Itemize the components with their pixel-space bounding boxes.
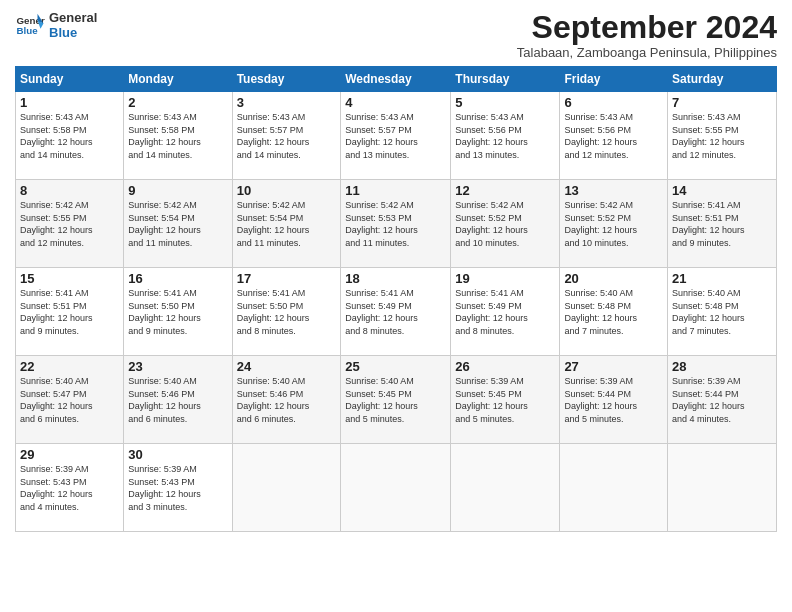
calendar-week-row: 29Sunrise: 5:39 AM Sunset: 5:43 PM Dayli…: [16, 444, 777, 532]
header-saturday: Saturday: [668, 67, 777, 92]
day-number: 30: [128, 447, 227, 462]
day-number: 14: [672, 183, 772, 198]
calendar-week-row: 1Sunrise: 5:43 AM Sunset: 5:58 PM Daylig…: [16, 92, 777, 180]
day-number: 5: [455, 95, 555, 110]
day-info: Sunrise: 5:40 AM Sunset: 5:48 PM Dayligh…: [672, 287, 772, 337]
day-number: 17: [237, 271, 337, 286]
day-info: Sunrise: 5:40 AM Sunset: 5:46 PM Dayligh…: [237, 375, 337, 425]
day-info: Sunrise: 5:40 AM Sunset: 5:46 PM Dayligh…: [128, 375, 227, 425]
day-number: 3: [237, 95, 337, 110]
header-monday: Monday: [124, 67, 232, 92]
table-row: 15Sunrise: 5:41 AM Sunset: 5:51 PM Dayli…: [16, 268, 124, 356]
calendar-week-row: 8Sunrise: 5:42 AM Sunset: 5:55 PM Daylig…: [16, 180, 777, 268]
table-row: 1Sunrise: 5:43 AM Sunset: 5:58 PM Daylig…: [16, 92, 124, 180]
table-row: 18Sunrise: 5:41 AM Sunset: 5:49 PM Dayli…: [341, 268, 451, 356]
day-number: 29: [20, 447, 119, 462]
day-number: 13: [564, 183, 663, 198]
table-row: 17Sunrise: 5:41 AM Sunset: 5:50 PM Dayli…: [232, 268, 341, 356]
table-row: 25Sunrise: 5:40 AM Sunset: 5:45 PM Dayli…: [341, 356, 451, 444]
day-number: 4: [345, 95, 446, 110]
month-year: September 2024: [517, 10, 777, 45]
day-number: 12: [455, 183, 555, 198]
table-row: 20Sunrise: 5:40 AM Sunset: 5:48 PM Dayli…: [560, 268, 668, 356]
day-info: Sunrise: 5:39 AM Sunset: 5:44 PM Dayligh…: [564, 375, 663, 425]
table-row: 6Sunrise: 5:43 AM Sunset: 5:56 PM Daylig…: [560, 92, 668, 180]
day-number: 10: [237, 183, 337, 198]
day-number: 7: [672, 95, 772, 110]
day-info: Sunrise: 5:40 AM Sunset: 5:47 PM Dayligh…: [20, 375, 119, 425]
title-section: September 2024 Talabaan, Zamboanga Penin…: [517, 10, 777, 60]
logo-text-blue: Blue: [49, 25, 97, 40]
header: General Blue General Blue September 2024…: [15, 10, 777, 60]
table-row: 10Sunrise: 5:42 AM Sunset: 5:54 PM Dayli…: [232, 180, 341, 268]
header-wednesday: Wednesday: [341, 67, 451, 92]
table-row: 23Sunrise: 5:40 AM Sunset: 5:46 PM Dayli…: [124, 356, 232, 444]
table-row: 22Sunrise: 5:40 AM Sunset: 5:47 PM Dayli…: [16, 356, 124, 444]
day-info: Sunrise: 5:42 AM Sunset: 5:52 PM Dayligh…: [455, 199, 555, 249]
day-info: Sunrise: 5:40 AM Sunset: 5:48 PM Dayligh…: [564, 287, 663, 337]
day-info: Sunrise: 5:41 AM Sunset: 5:51 PM Dayligh…: [672, 199, 772, 249]
day-number: 24: [237, 359, 337, 374]
table-row: 3Sunrise: 5:43 AM Sunset: 5:57 PM Daylig…: [232, 92, 341, 180]
day-info: Sunrise: 5:42 AM Sunset: 5:54 PM Dayligh…: [237, 199, 337, 249]
table-row: 16Sunrise: 5:41 AM Sunset: 5:50 PM Dayli…: [124, 268, 232, 356]
day-info: Sunrise: 5:41 AM Sunset: 5:50 PM Dayligh…: [128, 287, 227, 337]
day-info: Sunrise: 5:42 AM Sunset: 5:55 PM Dayligh…: [20, 199, 119, 249]
day-number: 9: [128, 183, 227, 198]
day-number: 18: [345, 271, 446, 286]
header-friday: Friday: [560, 67, 668, 92]
logo: General Blue General Blue: [15, 10, 97, 40]
day-number: 2: [128, 95, 227, 110]
table-row: 5Sunrise: 5:43 AM Sunset: 5:56 PM Daylig…: [451, 92, 560, 180]
table-row: [668, 444, 777, 532]
day-number: 19: [455, 271, 555, 286]
day-info: Sunrise: 5:42 AM Sunset: 5:54 PM Dayligh…: [128, 199, 227, 249]
table-row: 27Sunrise: 5:39 AM Sunset: 5:44 PM Dayli…: [560, 356, 668, 444]
day-number: 15: [20, 271, 119, 286]
day-info: Sunrise: 5:43 AM Sunset: 5:57 PM Dayligh…: [345, 111, 446, 161]
calendar-table: Sunday Monday Tuesday Wednesday Thursday…: [15, 66, 777, 532]
day-info: Sunrise: 5:43 AM Sunset: 5:58 PM Dayligh…: [20, 111, 119, 161]
logo-icon: General Blue: [15, 10, 45, 40]
day-number: 1: [20, 95, 119, 110]
day-number: 6: [564, 95, 663, 110]
day-number: 8: [20, 183, 119, 198]
table-row: 24Sunrise: 5:40 AM Sunset: 5:46 PM Dayli…: [232, 356, 341, 444]
table-row: 2Sunrise: 5:43 AM Sunset: 5:58 PM Daylig…: [124, 92, 232, 180]
table-row: 14Sunrise: 5:41 AM Sunset: 5:51 PM Dayli…: [668, 180, 777, 268]
table-row: 4Sunrise: 5:43 AM Sunset: 5:57 PM Daylig…: [341, 92, 451, 180]
day-number: 20: [564, 271, 663, 286]
day-number: 11: [345, 183, 446, 198]
table-row: [341, 444, 451, 532]
table-row: 26Sunrise: 5:39 AM Sunset: 5:45 PM Dayli…: [451, 356, 560, 444]
day-info: Sunrise: 5:43 AM Sunset: 5:56 PM Dayligh…: [564, 111, 663, 161]
location: Talabaan, Zamboanga Peninsula, Philippin…: [517, 45, 777, 60]
table-row: 19Sunrise: 5:41 AM Sunset: 5:49 PM Dayli…: [451, 268, 560, 356]
day-number: 27: [564, 359, 663, 374]
day-info: Sunrise: 5:43 AM Sunset: 5:55 PM Dayligh…: [672, 111, 772, 161]
day-number: 25: [345, 359, 446, 374]
day-info: Sunrise: 5:42 AM Sunset: 5:52 PM Dayligh…: [564, 199, 663, 249]
day-number: 21: [672, 271, 772, 286]
table-row: 29Sunrise: 5:39 AM Sunset: 5:43 PM Dayli…: [16, 444, 124, 532]
day-number: 26: [455, 359, 555, 374]
calendar-week-row: 22Sunrise: 5:40 AM Sunset: 5:47 PM Dayli…: [16, 356, 777, 444]
day-info: Sunrise: 5:39 AM Sunset: 5:45 PM Dayligh…: [455, 375, 555, 425]
day-info: Sunrise: 5:39 AM Sunset: 5:43 PM Dayligh…: [128, 463, 227, 513]
table-row: 13Sunrise: 5:42 AM Sunset: 5:52 PM Dayli…: [560, 180, 668, 268]
table-row: 30Sunrise: 5:39 AM Sunset: 5:43 PM Dayli…: [124, 444, 232, 532]
table-row: 9Sunrise: 5:42 AM Sunset: 5:54 PM Daylig…: [124, 180, 232, 268]
table-row: 8Sunrise: 5:42 AM Sunset: 5:55 PM Daylig…: [16, 180, 124, 268]
svg-text:Blue: Blue: [17, 25, 39, 36]
table-row: 12Sunrise: 5:42 AM Sunset: 5:52 PM Dayli…: [451, 180, 560, 268]
day-info: Sunrise: 5:39 AM Sunset: 5:44 PM Dayligh…: [672, 375, 772, 425]
table-row: [232, 444, 341, 532]
day-info: Sunrise: 5:40 AM Sunset: 5:45 PM Dayligh…: [345, 375, 446, 425]
day-info: Sunrise: 5:41 AM Sunset: 5:49 PM Dayligh…: [455, 287, 555, 337]
day-number: 28: [672, 359, 772, 374]
day-info: Sunrise: 5:41 AM Sunset: 5:51 PM Dayligh…: [20, 287, 119, 337]
header-sunday: Sunday: [16, 67, 124, 92]
table-row: [451, 444, 560, 532]
table-row: 21Sunrise: 5:40 AM Sunset: 5:48 PM Dayli…: [668, 268, 777, 356]
day-number: 16: [128, 271, 227, 286]
